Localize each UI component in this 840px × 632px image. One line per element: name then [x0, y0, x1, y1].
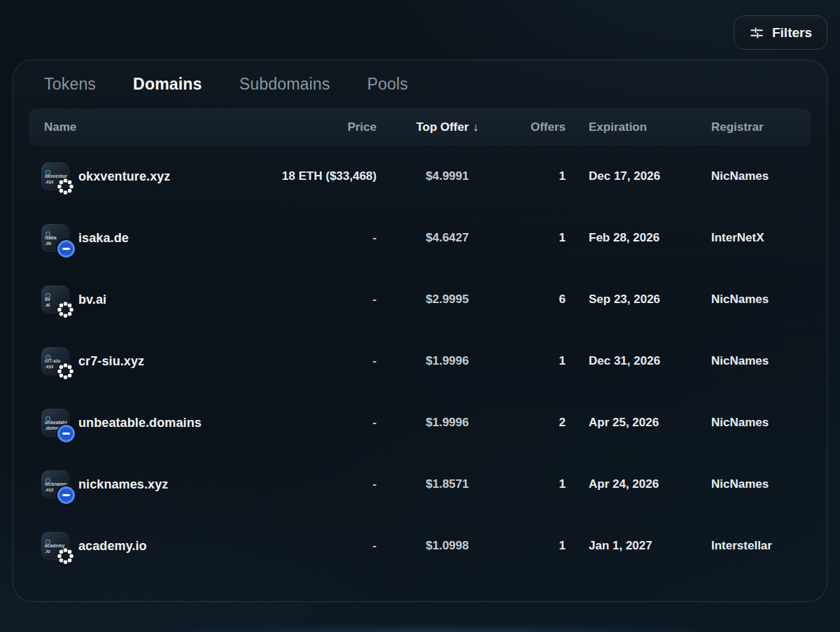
table-row[interactable]: okxventure .xyz okxventure.xyz 18 ETH ($… [29, 146, 811, 207]
domain-name: bv.ai [78, 293, 106, 307]
column-header-top-offer[interactable]: Top Offer↓ [377, 120, 503, 134]
expiration-cell: Sep 23, 2026 [566, 293, 711, 307]
domain-name-cell: okxventure .xyz okxventure.xyz [29, 162, 265, 190]
filters-button-label: Filters [772, 25, 812, 41]
domain-name: okxventure.xyz [78, 169, 170, 184]
domain-name: academy.io [78, 539, 147, 554]
table-row[interactable]: unbeatable .domains unbeatable.domains -… [29, 392, 811, 454]
table-row[interactable]: isaka .de isaka.de - $4.6427 1 Feb 28, 2… [29, 207, 811, 269]
domain-name-cell: unbeatable .domains unbeatable.domains [29, 409, 265, 437]
top-offer-cell: $1.8571 [377, 477, 503, 491]
domain-tile-icon: cr7-siu .xyz [41, 347, 69, 375]
top-offer-cell: $1.0998 [377, 539, 503, 553]
offers-cell: 1 [503, 539, 566, 553]
price-cell: 18 ETH ($33,468) [265, 169, 377, 183]
dotted-ring-icon [45, 535, 51, 542]
offers-cell: 1 [503, 354, 566, 368]
table-body: okxventure .xyz okxventure.xyz 18 ETH ($… [29, 146, 811, 577]
column-header-price[interactable]: Price [265, 120, 377, 134]
column-header-expiration[interactable]: Expiration [566, 120, 711, 134]
expiration-cell: Dec 31, 2026 [566, 354, 711, 368]
dotted-ring-icon [45, 166, 51, 172]
price-cell: - [265, 293, 377, 307]
sort-desc-icon: ↓ [473, 121, 479, 133]
dotted-circle-badge-icon [56, 547, 75, 566]
registrar-cell: InterNetX [711, 231, 813, 245]
page: { "filters_button": { "label": "Filters"… [0, 0, 840, 632]
top-offer-cell: $2.9995 [377, 293, 503, 307]
minus-circle-badge-icon [57, 486, 75, 504]
table-row[interactable]: nicknames .xyz nicknames.xyz - $1.8571 1… [29, 454, 811, 515]
expiration-cell: Dec 17, 2026 [566, 169, 711, 183]
table-row[interactable]: academy .io academy.io - $1.0998 1 Jan 1… [29, 515, 811, 577]
expiration-cell: Apr 25, 2026 [566, 416, 711, 430]
dotted-circle-badge-icon [56, 177, 75, 196]
domain-tile-icon: nicknames .xyz [41, 470, 69, 498]
domain-name-cell: cr7-siu .xyz cr7-siu.xyz [29, 347, 265, 375]
registrar-cell: NicNames [711, 169, 813, 183]
offers-cell: 2 [503, 416, 566, 430]
top-offer-cell: $1.9996 [377, 354, 503, 368]
offers-cell: 1 [503, 477, 566, 491]
column-header-registrar[interactable]: Registrar [711, 120, 813, 134]
price-cell: - [265, 416, 377, 430]
dotted-ring-icon [45, 351, 51, 357]
table-row[interactable]: bv .ai bv.ai - $2.9995 6 Sep 23, 2026 Ni… [29, 269, 811, 330]
price-cell: - [265, 354, 377, 368]
domain-tile-icon: okxventure .xyz [41, 162, 69, 190]
offers-cell: 1 [503, 169, 566, 183]
domain-name: unbeatable.domains [78, 416, 202, 430]
sliders-icon [749, 25, 764, 41]
minus-circle-badge-icon [57, 240, 75, 258]
domain-name-cell: isaka .de isaka.de [29, 224, 265, 252]
offers-cell: 6 [503, 293, 566, 307]
registrar-cell: NicNames [711, 416, 813, 430]
top-offer-cell: $4.6427 [377, 231, 503, 245]
minus-circle-badge-icon [57, 425, 75, 442]
expiration-cell: Feb 28, 2026 [566, 231, 711, 245]
registrar-cell: NicNames [711, 354, 813, 368]
price-cell: - [265, 539, 377, 553]
domain-name: nicknames.xyz [78, 477, 168, 492]
top-offer-cell: $1.9996 [377, 416, 503, 430]
domain-name-cell: nicknames .xyz nicknames.xyz [29, 470, 265, 498]
domain-tile-icon: unbeatable .domains [41, 409, 69, 437]
domain-tile-icon: bv .ai [41, 286, 69, 314]
filters-button[interactable]: Filters [734, 15, 827, 50]
tab-subdomains[interactable]: Subdomains [239, 75, 330, 94]
dotted-ring-icon [45, 412, 51, 419]
price-cell: - [265, 231, 377, 245]
tab-domains[interactable]: Domains [133, 75, 202, 94]
dotted-circle-badge-icon [56, 300, 75, 319]
market-panel: Tokens Domains Subdomains Pools Name Pri… [13, 59, 827, 602]
table-row[interactable]: cr7-siu .xyz cr7-siu.xyz - $1.9996 1 Dec… [29, 330, 811, 392]
dotted-ring-icon [45, 289, 51, 295]
registrar-cell: NicNames [711, 477, 813, 491]
tab-tokens[interactable]: Tokens [44, 75, 96, 94]
top-offer-cell: $4.9991 [377, 169, 503, 183]
column-header-offers[interactable]: Offers [503, 120, 566, 134]
expiration-cell: Apr 24, 2026 [566, 477, 711, 491]
registrar-cell: NicNames [711, 293, 813, 307]
tab-bar: Tokens Domains Subdomains Pools [29, 60, 811, 94]
expiration-cell: Jan 1, 2027 [566, 539, 711, 553]
domain-tile-icon: academy .io [41, 532, 69, 560]
domain-tile-icon: isaka .de [41, 224, 69, 252]
domain-name: cr7-siu.xyz [78, 354, 144, 369]
table-header: Name Price Top Offer↓ Offers Expiration … [29, 108, 811, 146]
column-header-name[interactable]: Name [29, 120, 265, 134]
tab-pools[interactable]: Pools [367, 75, 408, 94]
dotted-ring-icon [45, 227, 51, 234]
dotted-ring-icon [45, 474, 51, 480]
dotted-circle-badge-icon [56, 362, 75, 381]
domain-name-cell: academy .io academy.io [29, 532, 265, 560]
domain-name: isaka.de [78, 231, 129, 246]
price-cell: - [265, 477, 377, 491]
domain-name-cell: bv .ai bv.ai [29, 286, 265, 314]
offers-cell: 1 [503, 231, 566, 245]
registrar-cell: Interstellar [711, 539, 813, 553]
